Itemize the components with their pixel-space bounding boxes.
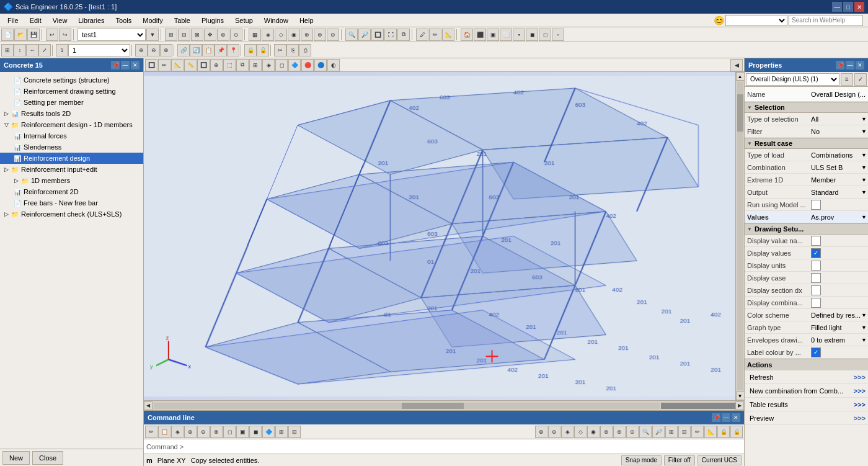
display-section-dx-checkbox[interactable] bbox=[811, 285, 821, 295]
props-tb1[interactable]: ≡ bbox=[841, 73, 853, 86]
tree-item-concrete-settings[interactable]: 📄 Concrete settings (structure) bbox=[0, 74, 143, 86]
new-btn[interactable]: 📄 bbox=[1, 29, 14, 41]
close-tree-button[interactable]: Close bbox=[32, 451, 63, 465]
scroll-up-btn[interactable]: ▲ bbox=[736, 72, 745, 81]
tb23[interactable]: ⬛ bbox=[474, 29, 486, 41]
tb27[interactable]: ◼ bbox=[526, 29, 538, 41]
panel-pin-btn[interactable]: 📌 bbox=[111, 61, 120, 69]
tb-r2-3[interactable]: ↔ bbox=[26, 44, 38, 56]
cmd-tb-r12[interactable]: ⊟ bbox=[678, 426, 691, 438]
filter-dropdown-icon[interactable]: ▼ bbox=[861, 128, 867, 135]
tb17[interactable]: ⛶ bbox=[384, 29, 397, 41]
extreme-1d-dropdown-icon[interactable]: ▼ bbox=[861, 177, 867, 183]
redo-btn[interactable]: ↪ bbox=[59, 29, 71, 41]
tb-r2-12[interactable]: 📌 bbox=[215, 44, 227, 56]
display-value-na-cb[interactable] bbox=[810, 236, 868, 246]
tb28[interactable]: ◻ bbox=[539, 29, 551, 41]
cmd-tb2[interactable]: 📋 bbox=[158, 426, 170, 438]
tb26[interactable]: ▪ bbox=[513, 29, 525, 41]
open-btn[interactable]: 📂 bbox=[14, 29, 27, 41]
display-case-checkbox[interactable] bbox=[811, 273, 821, 283]
tb13[interactable]: ⊝ bbox=[327, 29, 339, 41]
webhelp-dropdown[interactable] bbox=[725, 15, 787, 26]
preview-btn[interactable]: >>> bbox=[854, 414, 866, 422]
section-result-case[interactable]: Result case bbox=[745, 138, 868, 149]
tree-item-reinf-drawing[interactable]: 📄 Reinforcement drawing setting bbox=[0, 86, 143, 97]
tb5[interactable]: ⊕ bbox=[217, 29, 229, 41]
display-value-na-checkbox[interactable] bbox=[811, 236, 821, 246]
cmd-tb-r1[interactable]: ⊕ bbox=[535, 426, 547, 438]
tb4[interactable]: ✥ bbox=[204, 29, 216, 41]
tb12[interactable]: ⊜ bbox=[314, 29, 326, 41]
tb-r2-1[interactable]: ⊞ bbox=[1, 44, 14, 56]
cmd-input[interactable] bbox=[186, 443, 742, 450]
display-combina-cb[interactable] bbox=[810, 298, 868, 308]
tree-item-reinf-input[interactable]: ▷ 📁 Reinforcement input+edit bbox=[0, 164, 143, 175]
tree-item-reinf-check[interactable]: ▷ 📁 Reinforcement check (ULS+SLS) bbox=[0, 208, 143, 220]
cmd-tb6[interactable]: ⊗ bbox=[210, 426, 223, 438]
vt9[interactable]: ⊞ bbox=[249, 59, 262, 71]
vt15[interactable]: ◐ bbox=[327, 59, 340, 71]
display-section-dx-cb[interactable] bbox=[810, 285, 868, 295]
tree-item-reinf-design[interactable]: 📊 Reinforcement design bbox=[0, 153, 143, 164]
tb-r2-4[interactable]: ⤢ bbox=[38, 44, 51, 56]
tb-r2-16[interactable]: ✂ bbox=[274, 44, 286, 56]
tb14[interactable]: 🔍 bbox=[345, 29, 358, 41]
vt7[interactable]: ⬚ bbox=[223, 59, 236, 71]
display-combina-checkbox[interactable] bbox=[811, 298, 821, 308]
tb22[interactable]: 🏠 bbox=[461, 29, 473, 41]
cmd-tb8[interactable]: ▣ bbox=[236, 426, 249, 438]
tb-r2-11[interactable]: 📋 bbox=[202, 44, 215, 56]
menu-view[interactable]: View bbox=[48, 16, 73, 25]
reinf-design-expand-icon[interactable]: ▽ bbox=[2, 121, 10, 128]
run-model-checkbox[interactable] bbox=[811, 200, 821, 210]
reinf-input-expand-icon[interactable]: ▷ bbox=[2, 166, 10, 173]
tb-r2-5[interactable]: 1 bbox=[56, 44, 68, 56]
panel-close-btn[interactable]: ✕ bbox=[131, 61, 140, 69]
tb-r2-10[interactable]: 🔄 bbox=[190, 44, 202, 56]
reinf-check-expand-icon[interactable]: ▷ bbox=[2, 210, 10, 218]
cmd-tb-r15[interactable]: 🔒 bbox=[717, 426, 730, 438]
run-model-value[interactable] bbox=[810, 200, 868, 210]
vt4[interactable]: 📏 bbox=[184, 59, 197, 71]
new-combo-btn[interactable]: >>> bbox=[854, 387, 866, 395]
tb10[interactable]: ◉ bbox=[288, 29, 300, 41]
menu-window[interactable]: Window bbox=[259, 16, 293, 25]
viewport-3d[interactable]: 603 402 402 603 402 603 201 201 201 201 bbox=[144, 72, 735, 400]
cmd-tb-r6[interactable]: ⊛ bbox=[600, 426, 613, 438]
vt3[interactable]: 📐 bbox=[171, 59, 184, 71]
cmd-tb-r11[interactable]: ⊞ bbox=[665, 426, 678, 438]
cmd-tb4[interactable]: ⊕ bbox=[184, 426, 197, 438]
menu-edit[interactable]: Edit bbox=[25, 16, 46, 25]
tb18[interactable]: ⧉ bbox=[397, 29, 410, 41]
props-minimize-btn[interactable]: — bbox=[846, 61, 854, 69]
tb21[interactable]: 📐 bbox=[442, 29, 454, 41]
cmd-tb5[interactable]: ⊖ bbox=[197, 426, 210, 438]
envelopes-dropdown-icon[interactable]: ▼ bbox=[861, 337, 867, 343]
tree-item-free-bars[interactable]: 📄 Free bars - New free bar bbox=[0, 197, 143, 208]
menu-help[interactable]: Help bbox=[294, 16, 319, 25]
section-drawing[interactable]: Drawing Setu... bbox=[745, 223, 868, 235]
tb-r2-6[interactable]: ⊕ bbox=[135, 44, 148, 56]
graph-type-dropdown-icon[interactable]: ▼ bbox=[861, 325, 867, 331]
tb-r2-9[interactable]: 🔗 bbox=[177, 44, 190, 56]
vt11[interactable]: ◻ bbox=[275, 59, 288, 71]
panel-minimize-btn[interactable]: — bbox=[121, 61, 130, 69]
scrollbar-h-thumb[interactable] bbox=[402, 403, 464, 409]
label-colour-cb[interactable]: ✓ bbox=[810, 347, 868, 357]
r2-dropdown1[interactable]: 1 bbox=[68, 44, 130, 56]
tb15[interactable]: 🔎 bbox=[358, 29, 371, 41]
tb25[interactable]: ⬜ bbox=[500, 29, 512, 41]
tb11[interactable]: ⊛ bbox=[301, 29, 313, 41]
props-design-dropdown[interactable]: Overall Design (ULS) (1) bbox=[746, 73, 839, 86]
props-tb2[interactable]: ✓ bbox=[854, 73, 867, 86]
refresh-btn[interactable]: >>> bbox=[854, 374, 866, 381]
display-values-checkbox[interactable]: ✓ bbox=[811, 248, 821, 258]
tree-item-reinf-2d[interactable]: 📊 Reinforcement 2D bbox=[0, 186, 143, 197]
cmd-tb3[interactable]: ◈ bbox=[171, 426, 184, 438]
webhelp-search-input[interactable] bbox=[789, 15, 863, 26]
tb2[interactable]: ⊟ bbox=[178, 29, 190, 41]
tb7[interactable]: ▦ bbox=[249, 29, 261, 41]
undo-btn[interactable]: ↩ bbox=[46, 29, 58, 41]
cmd-tb12[interactable]: ⊟ bbox=[288, 426, 301, 438]
